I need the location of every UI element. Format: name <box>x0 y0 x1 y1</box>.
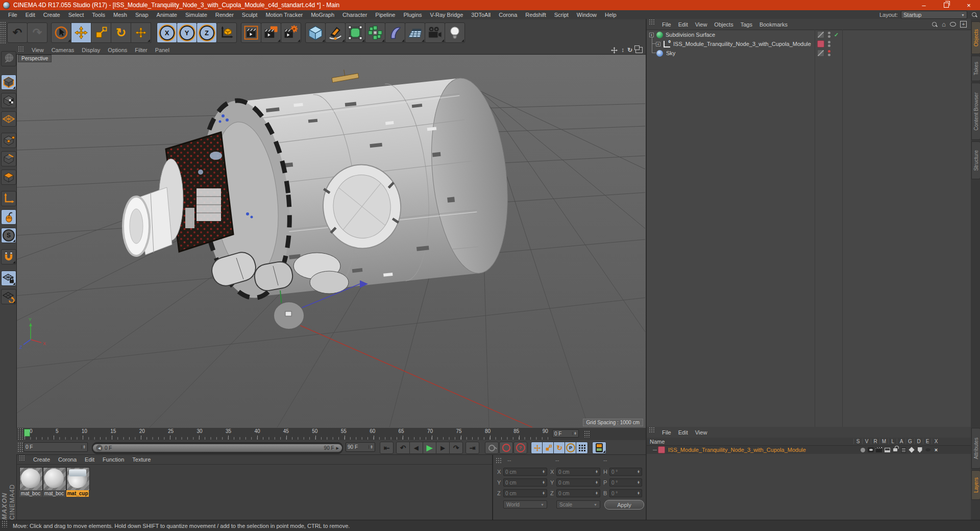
col-animation[interactable]: A <box>897 439 905 444</box>
add-camera-button[interactable] <box>425 22 445 43</box>
key-scale-toggle[interactable] <box>542 442 554 454</box>
om-menu-view[interactable]: View <box>695 21 707 28</box>
render-settings-button[interactable] <box>281 22 301 43</box>
slider-right-arrow-icon[interactable]: ▶ <box>336 446 339 450</box>
live-selection-button[interactable] <box>51 22 71 43</box>
menu-simulate[interactable]: Simulate <box>185 12 207 18</box>
key-parameter-toggle[interactable]: P <box>565 442 577 454</box>
menu-snap[interactable]: Snap <box>135 12 149 18</box>
go-to-start-button[interactable]: ⇤ <box>380 442 394 454</box>
lock-toggle-icon[interactable] <box>891 447 899 453</box>
om-menu-file[interactable]: File <box>662 21 671 28</box>
menu-script[interactable]: Script <box>554 12 569 18</box>
viewport-menu-grip[interactable] <box>18 46 24 52</box>
go-to-end-button[interactable]: ⇥ <box>465 442 479 454</box>
viewport-menu-display[interactable]: Display <box>82 47 100 53</box>
menu-render[interactable]: Render <box>215 12 234 18</box>
add-cube-button[interactable] <box>305 22 326 43</box>
render-view-button[interactable] <box>241 22 261 43</box>
render-visibility-dot[interactable] <box>828 35 830 38</box>
slider-left-arrow-icon[interactable]: ◀ <box>96 445 103 451</box>
start-frame-field[interactable]: 0 F ▲▼ <box>23 442 88 452</box>
autokey-button[interactable] <box>499 442 513 454</box>
key-rotation-toggle[interactable]: ↻ <box>553 442 566 454</box>
scale-y-field[interactable]: 0 cm▲▼ <box>556 478 600 487</box>
pos-z-field[interactable]: 0 cm▲▼ <box>503 489 547 497</box>
menu-sculpt[interactable]: Sculpt <box>242 12 258 18</box>
layout-dropdown[interactable]: Startup▼ <box>901 11 967 19</box>
close-button[interactable]: × <box>958 0 980 10</box>
material-name[interactable]: mat_boc <box>43 490 65 497</box>
object-manager-grip[interactable] <box>649 19 655 26</box>
object-label[interactable]: ISS_Module_Tranquility_Node_3_with_Cupol… <box>673 41 811 47</box>
material-thumbnail[interactable] <box>43 467 66 491</box>
view-toggle-icon[interactable] <box>867 447 875 453</box>
om-menu-tags[interactable]: Tags <box>741 21 752 28</box>
render-toggle-icon[interactable] <box>875 447 883 453</box>
menu-select[interactable]: Select <box>68 12 84 18</box>
menu-mograph[interactable]: MoGraph <box>311 12 334 18</box>
material-menu-grip[interactable] <box>19 455 25 461</box>
ruler-end-grip[interactable] <box>584 430 590 438</box>
pos-x-field[interactable]: 0 cm▲▼ <box>503 468 547 476</box>
add-cloner-button[interactable] <box>365 22 385 43</box>
render-picture-viewer-button[interactable] <box>261 22 281 43</box>
make-editable-button[interactable] <box>1 51 16 66</box>
editor-visibility-dot[interactable] <box>828 32 830 34</box>
path-up-icon[interactable]: ⌂ <box>942 20 946 28</box>
generator-enabled-check[interactable]: ✓ <box>834 32 839 38</box>
lock-z-axis-button[interactable]: Z <box>197 22 217 43</box>
scale-mode-dropdown[interactable]: Scale▼ <box>556 500 600 509</box>
next-key-button[interactable]: ↷ <box>449 442 463 454</box>
restore-button[interactable] <box>935 0 958 10</box>
minimize-button[interactable]: – <box>913 0 935 10</box>
add-light-button[interactable] <box>445 22 465 43</box>
expressions-toggle-icon[interactable] <box>924 447 932 453</box>
lock-x-axis-button[interactable]: X <box>157 22 177 43</box>
om-menu-bookmarks[interactable]: Bookmarks <box>760 21 788 28</box>
key-position-toggle[interactable] <box>531 442 543 454</box>
viewport-dolly-icon[interactable]: ↕ <box>621 47 624 53</box>
viewport-menu-view[interactable]: View <box>32 47 44 53</box>
last-used-tool-button[interactable] <box>131 22 151 43</box>
layer-menu-edit[interactable]: Edit <box>678 429 688 436</box>
col-render[interactable]: R <box>871 439 879 444</box>
toolbar-grip[interactable] <box>0 21 6 44</box>
viewport-solo-button[interactable]: S <box>1 228 16 243</box>
om-search-icon[interactable] <box>932 21 938 28</box>
viewport-rotate-icon[interactable]: ↻ <box>627 47 632 53</box>
key-pla-toggle[interactable] <box>576 442 588 454</box>
col-solo[interactable]: S <box>853 439 862 444</box>
generators-toggle-icon[interactable] <box>908 447 916 453</box>
redo-button[interactable]: ↷ <box>27 22 47 43</box>
material-name-selected[interactable]: mat_cup <box>66 490 89 497</box>
workplane-mode-button[interactable] <box>1 111 16 127</box>
layer-swatch-pink[interactable] <box>817 40 824 47</box>
material-menu-texture[interactable]: Texture <box>132 456 151 463</box>
add-subdivision-surface-button[interactable] <box>345 22 365 43</box>
edges-mode-button[interactable] <box>1 151 16 166</box>
points-mode-button[interactable] <box>1 133 16 148</box>
menu-corona[interactable]: Corona <box>499 12 517 18</box>
layer-menu-file[interactable]: File <box>662 429 671 436</box>
lock-y-axis-button[interactable]: Y <box>177 22 197 43</box>
col-lock[interactable]: L <box>888 439 897 444</box>
scale-z-field[interactable]: 0 cm▲▼ <box>556 489 600 497</box>
menu-pipeline[interactable]: Pipeline <box>375 12 395 18</box>
viewport-menu-panel[interactable]: Panel <box>155 47 169 53</box>
material-menu-corona[interactable]: Corona <box>58 456 77 463</box>
menu-file[interactable]: File <box>8 12 17 18</box>
snap-button[interactable] <box>1 249 16 264</box>
spinner-icon[interactable]: ▲▼ <box>369 445 373 449</box>
lock-workplane-button[interactable] <box>1 271 16 286</box>
tab-attributes[interactable]: Attributes <box>971 428 980 469</box>
add-bookmark-icon[interactable]: + <box>960 21 967 28</box>
position-mode-dropdown[interactable]: World▼ <box>503 500 547 509</box>
tab-content-browser[interactable]: Content Browser <box>971 83 980 140</box>
rot-b-field[interactable]: 0 °▲▼ <box>609 489 642 497</box>
transport-grip[interactable] <box>17 442 23 452</box>
om-menu-edit[interactable]: Edit <box>678 21 688 28</box>
om-menu-objects[interactable]: Objects <box>714 21 733 28</box>
timeline-grip[interactable] <box>17 428 23 440</box>
viewport-pan-icon[interactable] <box>610 46 618 54</box>
